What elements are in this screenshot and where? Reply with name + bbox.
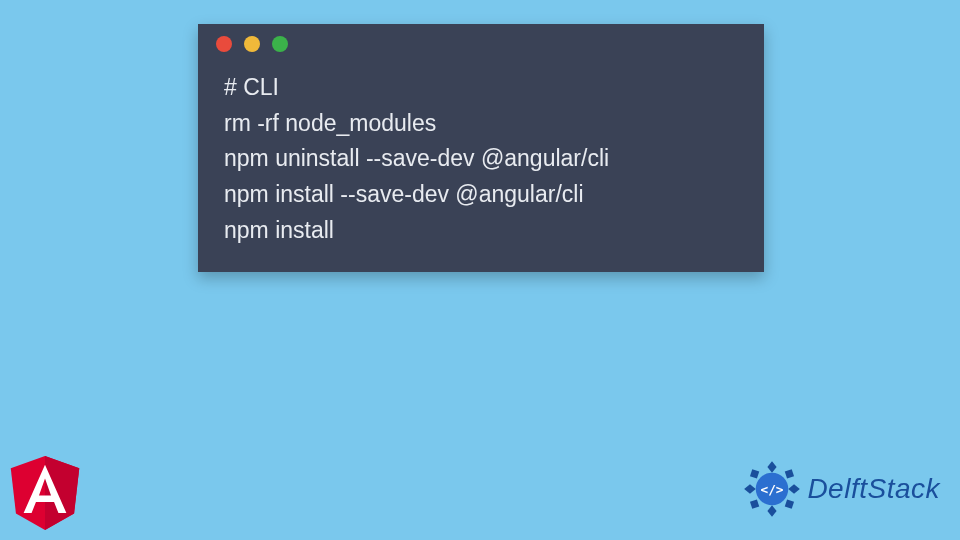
delftstack-badge-icon: </> (743, 460, 801, 518)
code-line: rm -rf node_modules (224, 110, 436, 136)
window-titlebar (198, 24, 764, 64)
delftstack-label: DelftStack (807, 473, 940, 505)
svg-marker-9 (785, 499, 794, 508)
code-line: npm install --save-dev @angular/cli (224, 181, 584, 207)
code-line: # CLI (224, 74, 279, 100)
close-icon[interactable] (216, 36, 232, 52)
minimize-icon[interactable] (244, 36, 260, 52)
code-line: npm install (224, 217, 334, 243)
terminal-window: # CLI rm -rf node_modules npm uninstall … (198, 24, 764, 272)
svg-marker-1 (45, 456, 79, 530)
delftstack-branding: </> DelftStack (743, 460, 940, 518)
svg-marker-5 (789, 484, 801, 493)
svg-marker-2 (768, 461, 777, 473)
svg-marker-3 (768, 505, 777, 517)
maximize-icon[interactable] (272, 36, 288, 52)
svg-marker-7 (785, 469, 794, 478)
svg-marker-8 (750, 499, 759, 508)
svg-marker-4 (745, 484, 757, 493)
svg-marker-6 (750, 469, 759, 478)
angular-logo-icon (10, 456, 80, 530)
svg-text:</>: </> (761, 482, 784, 497)
terminal-content: # CLI rm -rf node_modules npm uninstall … (198, 64, 764, 254)
code-line: npm uninstall --save-dev @angular/cli (224, 145, 609, 171)
